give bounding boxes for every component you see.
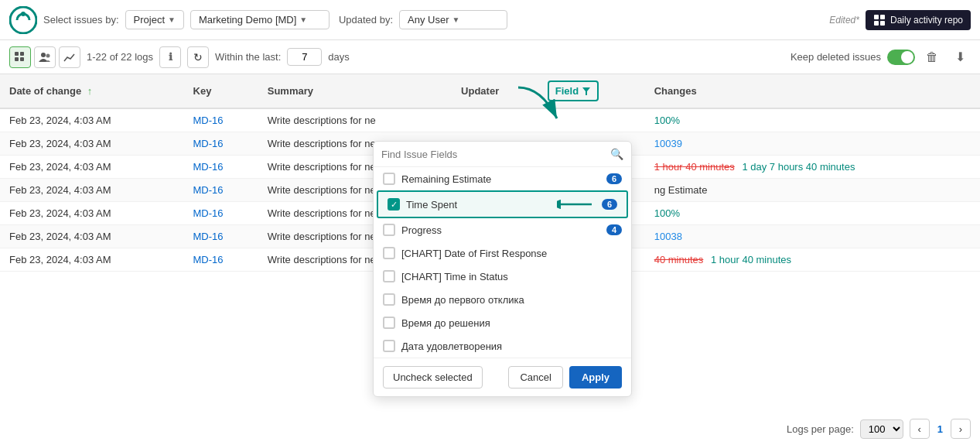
- row-key: MD-16: [184, 156, 258, 179]
- keep-deleted-label: Keep deleted issues: [790, 51, 881, 63]
- svg-rect-7: [20, 52, 24, 56]
- summary-text: Write descriptions for ne: [268, 138, 376, 149]
- col-field[interactable]: Field: [538, 74, 645, 108]
- svg-point-1: [21, 12, 26, 16]
- project-type-label: Project: [134, 14, 165, 26]
- issue-link[interactable]: MD-16: [193, 231, 224, 242]
- list-item[interactable]: Progress 4: [374, 218, 631, 241]
- field-checkbox[interactable]: [383, 270, 395, 272]
- issue-link[interactable]: MD-16: [193, 207, 224, 219]
- issue-link[interactable]: MD-16: [193, 254, 224, 265]
- app-logo: [9, 6, 37, 34]
- change-new: 1 hour 40 minutes: [711, 254, 791, 265]
- change-new: 1 day 7 hours 40 minutes: [742, 161, 855, 173]
- svg-rect-3: [880, 15, 885, 19]
- summary-text: Write descriptions for ne: [268, 184, 376, 196]
- row-changes: 40 minutes 1 hour 40 minutes: [645, 248, 980, 272]
- row-date: Feb 23, 2024, 4:03 AM: [0, 108, 184, 132]
- refresh-button[interactable]: ↻: [187, 46, 209, 68]
- issue-link[interactable]: MD-16: [193, 138, 224, 149]
- info-button[interactable]: ℹ: [159, 46, 181, 68]
- svg-point-0: [10, 7, 36, 33]
- field-checkbox[interactable]: [383, 247, 395, 259]
- issue-link[interactable]: MD-16: [193, 184, 224, 196]
- row-key: MD-16: [184, 132, 258, 156]
- col-summary[interactable]: Summary: [258, 74, 452, 108]
- issue-link[interactable]: MD-16: [193, 115, 224, 126]
- row-date: Feb 23, 2024, 4:03 AM: [0, 156, 184, 179]
- col-updater[interactable]: Updater: [452, 74, 538, 108]
- chart-icon: [63, 52, 76, 63]
- list-item[interactable]: [CHART] Time in Status: [374, 265, 631, 272]
- row-date: Feb 23, 2024, 4:03 AM: [0, 202, 184, 225]
- svg-rect-9: [20, 57, 24, 61]
- chart-view-button[interactable]: [59, 46, 80, 68]
- field-checkbox[interactable]: [383, 173, 395, 185]
- field-count-badge: 4: [606, 224, 622, 235]
- field-label: [CHART] Date of First Response: [401, 248, 622, 259]
- arrow-to-time-spent-icon: [557, 197, 596, 211]
- summary-text: Write descriptions for ne: [268, 207, 376, 219]
- row-changes: 10039: [645, 132, 980, 156]
- delete-button[interactable]: 🗑: [921, 46, 943, 68]
- list-item[interactable]: [CHART] Date of First Response: [374, 241, 631, 265]
- field-label: Progress: [401, 224, 600, 236]
- row-changes: 1 hour 40 minutes 1 day 7 hours 40 minut…: [645, 156, 980, 179]
- select-issues-label: Select issues by:: [43, 14, 119, 26]
- days-input[interactable]: [287, 48, 322, 66]
- user-view-button[interactable]: [34, 46, 56, 68]
- field-filter-panel: 🔍 Remaining Estimate 6 ✓ Time Spent: [373, 141, 632, 272]
- summary-text: Write descriptions for ne: [268, 161, 376, 173]
- col-summary-label: Summary: [268, 85, 313, 97]
- export-button[interactable]: ⬇: [949, 46, 971, 68]
- col-updater-label: Updater: [461, 85, 499, 97]
- field-label: [CHART] Time in Status: [401, 271, 622, 272]
- col-key[interactable]: Key: [184, 74, 258, 108]
- svg-point-10: [41, 53, 46, 57]
- summary-text: Write descriptions for ne: [268, 231, 376, 242]
- grid-icon: [873, 14, 886, 26]
- project-type-dropdown[interactable]: Project ▼: [125, 10, 184, 29]
- sort-icon: ↑: [87, 85, 93, 97]
- row-date: Feb 23, 2024, 4:03 AM: [0, 248, 184, 272]
- row-key: MD-16: [184, 108, 258, 132]
- col-key-label: Key: [193, 85, 212, 97]
- toolbar: 1-22 of 22 logs ℹ ↻ Within the last: day…: [0, 40, 980, 74]
- grid-view-button[interactable]: [9, 46, 31, 68]
- change-value: 100%: [654, 207, 680, 219]
- field-checkbox[interactable]: ✓: [388, 198, 400, 211]
- filter-icon: [582, 87, 591, 96]
- field-count-badge: 6: [602, 199, 617, 210]
- keep-deleted-toggle[interactable]: [887, 50, 915, 65]
- field-checkbox[interactable]: [383, 224, 395, 236]
- daily-report-button[interactable]: Daily activity repo: [866, 10, 971, 30]
- svg-rect-5: [880, 21, 885, 26]
- change-value: 10039: [654, 138, 682, 149]
- chevron-down-icon: ▼: [452, 15, 460, 24]
- project-dropdown[interactable]: Marketing Demo [MD] ▼: [190, 10, 330, 29]
- list-item[interactable]: ✓ Time Spent 6: [377, 190, 628, 218]
- change-value: 100%: [654, 115, 680, 126]
- col-date[interactable]: Date of change ↑: [0, 74, 184, 108]
- row-changes: 100%: [645, 202, 980, 225]
- svg-rect-8: [15, 57, 19, 61]
- field-search-input[interactable]: [381, 149, 606, 160]
- summary-text: Write descriptions for ne: [268, 254, 376, 265]
- issue-link[interactable]: MD-16: [193, 161, 224, 173]
- users-icon: [39, 52, 51, 63]
- list-item[interactable]: Remaining Estimate 6: [374, 167, 631, 190]
- table-row: Feb 23, 2024, 4:03 AM MD-16 Write descri…: [0, 108, 980, 132]
- svg-rect-2: [874, 15, 879, 19]
- field-filter-button[interactable]: Field: [548, 80, 599, 101]
- header-bar: Select issues by: Project ▼ Marketing De…: [0, 0, 980, 40]
- field-count-badge: 6: [606, 173, 622, 184]
- search-icon: 🔍: [610, 148, 623, 160]
- row-key: MD-16: [184, 179, 258, 202]
- field-search-box: 🔍: [374, 142, 631, 167]
- row-key: MD-16: [184, 248, 258, 272]
- row-summary: Write descriptions for ne: [258, 108, 452, 132]
- user-dropdown[interactable]: Any User ▼: [399, 10, 507, 29]
- svg-point-11: [46, 53, 50, 57]
- change-value: 10038: [654, 231, 682, 242]
- col-changes[interactable]: Changes: [645, 74, 980, 108]
